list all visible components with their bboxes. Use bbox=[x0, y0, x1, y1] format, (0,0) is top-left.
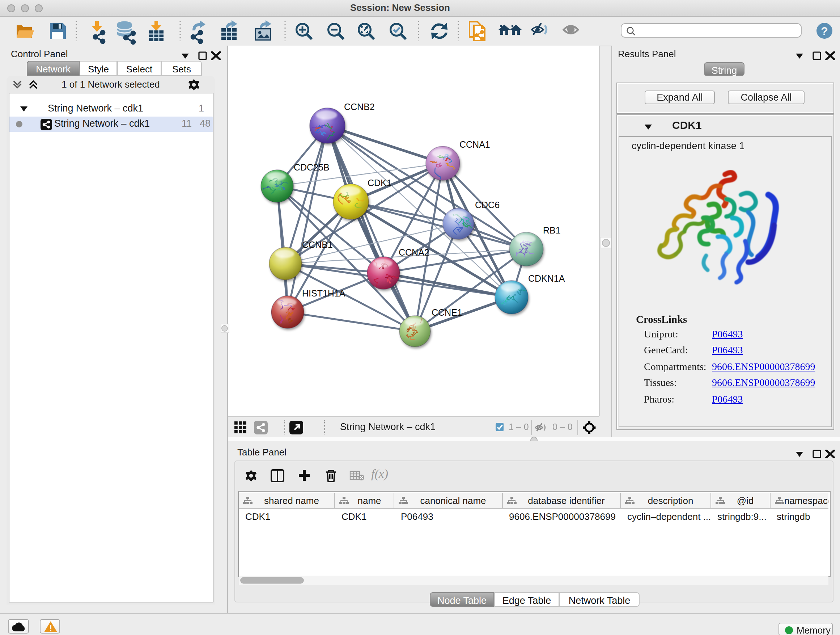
svg-text:CDK1: CDK1 bbox=[368, 178, 392, 188]
svg-text:CDC25B: CDC25B bbox=[294, 162, 330, 172]
svg-text:?: ? bbox=[821, 25, 828, 38]
svg-text:CCNA1: CCNA1 bbox=[459, 139, 490, 149]
svg-text:CCNA2: CCNA2 bbox=[399, 247, 429, 257]
svg-text:CCNB1: CCNB1 bbox=[302, 240, 333, 250]
svg-text:CCNB2: CCNB2 bbox=[344, 102, 375, 112]
svg-text:CDKN1A: CDKN1A bbox=[528, 273, 565, 283]
svg-text:HIST1H1A: HIST1H1A bbox=[302, 288, 346, 298]
svg-text:CCNE1: CCNE1 bbox=[431, 307, 462, 318]
svg-text:RB1: RB1 bbox=[543, 225, 561, 235]
svg-text:CDC6: CDC6 bbox=[475, 200, 500, 210]
